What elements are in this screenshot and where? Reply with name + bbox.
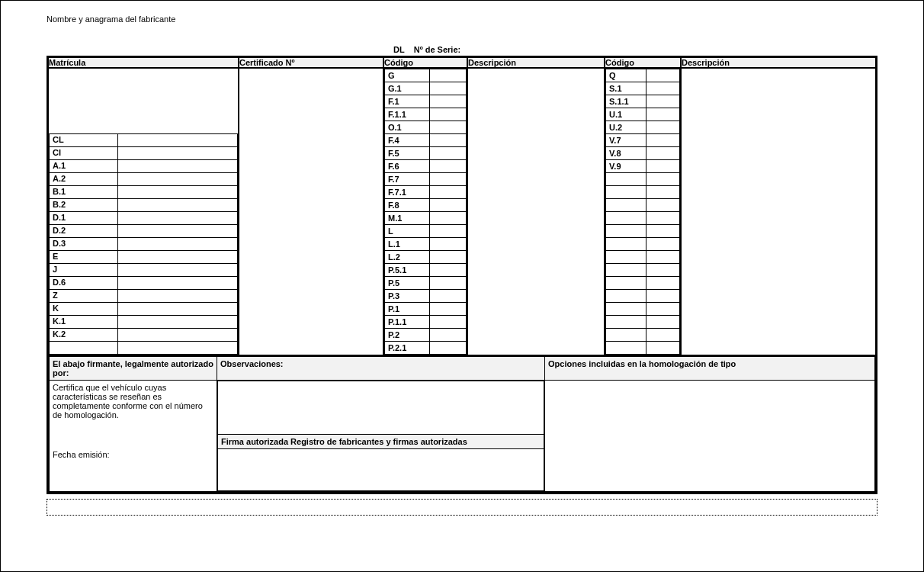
code-label: V.7 [606, 134, 646, 147]
code-value [646, 238, 680, 251]
code-label [606, 329, 646, 342]
code-label: F.6 [385, 160, 430, 173]
code-label: F.5 [385, 147, 430, 160]
code-label [606, 264, 646, 277]
code-label: V.9 [606, 160, 646, 173]
signer-header: El abajo firmante, legalmente autorizado… [50, 357, 217, 381]
codigo1-block: GG.1F.1F.1.1O.1 F.4F.5F.6F.7F.7.1F.8M.1L… [384, 69, 467, 355]
code-value [429, 108, 466, 121]
code-value [429, 264, 466, 277]
code-value [429, 82, 466, 95]
code-value [646, 264, 680, 277]
code-label [606, 342, 646, 355]
code-label: P.2 [385, 329, 430, 342]
code-label: G [385, 69, 430, 82]
left-code-label: D.1 [50, 211, 118, 224]
code-value [429, 290, 466, 303]
code-label: F.1.1 [385, 108, 430, 121]
code-label: P.1 [385, 303, 430, 316]
left-code-value [118, 159, 238, 172]
code-label [606, 316, 646, 329]
left-code-value [118, 237, 238, 250]
code-label [606, 199, 646, 212]
code-label [606, 238, 646, 251]
code-value [646, 186, 680, 199]
code-value [429, 342, 466, 355]
code-label [606, 225, 646, 238]
left-code-value [118, 263, 238, 276]
code-label [606, 186, 646, 199]
code-label: F.1 [385, 95, 430, 108]
fecha-label: Fecha emisión: [53, 450, 213, 459]
left-code-label: D.6 [50, 276, 118, 289]
left-code-label: J [50, 263, 118, 276]
code-label: U.2 [606, 121, 646, 134]
left-code-label: B.1 [50, 185, 118, 198]
code-value [646, 199, 680, 212]
hdr-desc-1: Descripción [467, 57, 605, 68]
left-code-label [50, 341, 118, 354]
code-value [429, 186, 466, 199]
code-value [429, 69, 466, 82]
code-value [646, 69, 680, 82]
code-value [646, 147, 680, 160]
left-code-value [118, 250, 238, 263]
left-code-value [118, 302, 238, 315]
code-value [646, 160, 680, 173]
code-label [606, 303, 646, 316]
codigo2-block: QS.1S.1.1U.1U.2 V.7V.8V.9 [605, 69, 680, 355]
code-label: F.8 [385, 199, 430, 212]
desc2-block [681, 68, 876, 355]
left-code-label: K.2 [50, 328, 118, 341]
hdr-certificado: Certificado Nº [239, 57, 383, 68]
code-value [646, 225, 680, 238]
code-label: P.5 [385, 277, 430, 290]
code-label: P.1.1 [385, 316, 430, 329]
code-value [646, 134, 680, 147]
left-code-label: CL [50, 133, 118, 146]
code-value [429, 95, 466, 108]
dl-serie-label: DL Nº de Serie: [393, 45, 877, 54]
code-value [429, 316, 466, 329]
code-value [646, 212, 680, 225]
code-label [606, 290, 646, 303]
code-label: M.1 [385, 212, 430, 225]
code-value [646, 303, 680, 316]
code-value [646, 251, 680, 264]
left-code-label: A.2 [50, 172, 118, 185]
code-value [429, 225, 466, 238]
left-code-label: Z [50, 289, 118, 302]
code-value [429, 199, 466, 212]
code-label: L.2 [385, 251, 430, 264]
left-code-label: D.3 [50, 237, 118, 250]
code-label: P.2.1 [385, 342, 430, 355]
code-label: F.7.1 [385, 186, 430, 199]
code-label: L [385, 225, 430, 238]
code-value [646, 342, 680, 355]
left-code-label: A.1 [50, 159, 118, 172]
left-code-value [118, 289, 238, 302]
hdr-matricula: Matrícula [48, 57, 239, 68]
cert-text: Certifica que el vehículo cuyas caracter… [53, 383, 213, 419]
obs-header: Observaciones: [217, 357, 545, 381]
footer-table: El abajo firmante, legalmente autorizado… [49, 356, 875, 492]
code-label: O.1 [385, 121, 430, 134]
left-code-value [118, 172, 238, 185]
hdr-codigo-1: Código [383, 57, 467, 68]
code-value [429, 147, 466, 160]
left-code-value [118, 276, 238, 289]
code-value [646, 173, 680, 186]
dotted-footer-box [47, 499, 877, 516]
code-label: F.4 [385, 134, 430, 147]
left-code-label: K [50, 302, 118, 315]
left-code-value [118, 146, 238, 159]
code-value [429, 160, 466, 173]
left-code-label: K.1 [50, 315, 118, 328]
code-value [429, 134, 466, 147]
left-code-label: CI [50, 146, 118, 159]
left-code-value [118, 328, 238, 341]
code-label [606, 277, 646, 290]
code-value [646, 277, 680, 290]
code-label: S.1 [606, 82, 646, 95]
opt-body [545, 381, 875, 492]
